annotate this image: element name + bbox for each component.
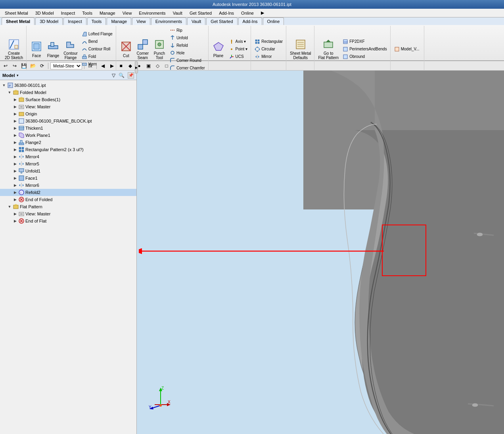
menu-item-3d-model[interactable]: 3D Model [32, 10, 57, 16]
menu-item-view[interactable]: View [119, 10, 135, 16]
toolbar-btn-8[interactable]: □ [163, 62, 171, 69]
corner-seam-button[interactable]: CornerSeam [135, 38, 151, 61]
lofted-flange-button[interactable]: Lofted Flange [80, 31, 114, 38]
cut-button[interactable]: Cut [118, 38, 134, 61]
panel-collapse-handle[interactable]: ▶ [135, 61, 138, 73]
viewport[interactable]: Z X Y [137, 71, 504, 434]
refold-button[interactable]: Refold [168, 42, 207, 49]
tree-expander-mirror6[interactable]: ▶ [13, 183, 17, 188]
ribbon-tab-tools[interactable]: Tools [87, 17, 106, 25]
tree-item-view-master[interactable]: ▶View: Master [0, 103, 136, 110]
open-button[interactable]: 📂 [29, 62, 37, 69]
mirror-button[interactable]: Mirror [253, 53, 284, 60]
rip-button[interactable]: Rip [168, 27, 207, 34]
flange-button[interactable]: Flange [45, 38, 61, 61]
corner-round-button[interactable]: Corner Round [168, 57, 207, 64]
tree-item-mirror5[interactable]: ▶Mirror5 [0, 160, 136, 167]
point-button[interactable]: Point ▾ [227, 46, 249, 53]
menu-item-add-ins[interactable]: Add-Ins [216, 10, 237, 16]
tree-expander-flange2[interactable]: ▶ [13, 140, 17, 145]
tree-item-folded-model[interactable]: ▼Folded Model [0, 89, 136, 96]
tree-item-surface-bodies[interactable]: ▶Surface Bodies(1) [0, 96, 136, 103]
ribbon-tab-online[interactable]: Online [263, 17, 284, 25]
ribbon-tab-vault[interactable]: Vault [187, 17, 205, 25]
tree-item-thicken1[interactable]: ▶Thicken1 [0, 125, 136, 132]
save-button[interactable]: 💾 [20, 62, 28, 69]
tree-item-origin[interactable]: ▶Origin [0, 110, 136, 117]
fp2dxf-button[interactable]: DXF FP2DXF [341, 38, 389, 45]
tree-expander-mirror5[interactable]: ▶ [13, 161, 17, 166]
tree-expander-frame-block[interactable]: ▶ [13, 119, 17, 123]
menu-item-▶[interactable]: ▶ [258, 10, 267, 16]
obround-button[interactable]: Obround [341, 53, 389, 60]
tree-expander-rect-pattern2[interactable]: ▶ [13, 147, 17, 152]
tree-expander-flat-pattern[interactable]: ▼ [7, 204, 12, 209]
tree-expander-work-plane1[interactable]: ▶ [13, 133, 17, 138]
unfold-button[interactable]: Unfold [168, 34, 207, 41]
toolbar-btn-3[interactable]: ■ [117, 62, 125, 69]
go-to-flat-pattern-button[interactable]: Go toFlat Pattern [316, 38, 340, 61]
menu-item-environments[interactable]: Environments [136, 10, 169, 16]
tree-item-flat-pattern[interactable]: ▼Flat Pattern [0, 203, 136, 210]
ribbon-tab-environments[interactable]: Environments [151, 17, 186, 25]
menu-item-sheet-metal[interactable]: Sheet Metal [2, 10, 31, 16]
tree-expander-root[interactable]: ▼ [2, 83, 6, 88]
rectangular-button[interactable]: Rectangular [253, 38, 284, 45]
tree-expander-thicken1[interactable]: ▶ [13, 126, 17, 131]
tree-item-mirror4[interactable]: ▶Mirror4 [0, 153, 136, 160]
contour-roll-button[interactable]: Contour Roll [80, 46, 114, 53]
perimeters-and-bends-button[interactable]: PerimetersAndBends [341, 46, 389, 53]
filter-icon[interactable]: ▽ [112, 73, 115, 78]
tree-expander-end-of-flat[interactable]: ▶ [13, 219, 17, 223]
tree-item-refold2[interactable]: ▶↕Refold2 [0, 189, 136, 196]
toolbar-btn-4[interactable]: ◆ [126, 62, 134, 69]
contour-flange-button[interactable]: ContourFlange [62, 38, 79, 61]
ribbon-tab-3d-model[interactable]: 3D Model [35, 17, 63, 25]
ribbon-tab-manage[interactable]: Manage [107, 17, 131, 25]
tree-item-root[interactable]: ▼P36380-06101.ipt [0, 82, 136, 89]
hole-button[interactable]: Hole [168, 49, 207, 56]
menu-item-inspect[interactable]: Inspect [58, 10, 78, 16]
tree-expander-mirror4[interactable]: ▶ [13, 154, 17, 159]
ucs-button[interactable]: UCS [227, 53, 249, 60]
fold-button[interactable]: Fold [80, 53, 114, 60]
tree-expander-view-master[interactable]: ▶ [13, 104, 17, 109]
bend-button[interactable]: Bend [80, 38, 114, 45]
circular-button[interactable]: Circular [253, 46, 284, 53]
model-v-button[interactable]: Model_V... [393, 46, 421, 53]
tree-item-flange2[interactable]: ▶Flange2 [0, 139, 136, 146]
create-sketch-button[interactable]: Create2D Sketch [3, 38, 25, 61]
search-icon[interactable]: 🔍 [119, 73, 125, 78]
material-selector[interactable]: Metal-Stee [50, 62, 82, 69]
sheet-metal-defaults-button[interactable]: Sheet MetalDefaults [288, 38, 312, 61]
face-button[interactable]: Face [29, 38, 44, 61]
menu-item-get-started[interactable]: Get Started [186, 10, 215, 16]
menu-item-manage[interactable]: Manage [96, 10, 119, 16]
tree-item-unfold1[interactable]: ▶Unfold1 [0, 167, 136, 175]
ribbon-tab-view[interactable]: View [132, 17, 150, 25]
menu-item-tools[interactable]: Tools [79, 10, 96, 16]
tree-item-end-of-folded[interactable]: ▶End of Folded [0, 196, 136, 203]
panel-dropdown-icon[interactable]: ▾ [17, 73, 19, 77]
tree-expander-unfold1[interactable]: ▶ [13, 169, 17, 173]
ribbon-tab-get-started[interactable]: Get Started [206, 17, 237, 25]
axis-button[interactable]: Axis ▾ [227, 38, 249, 45]
redo-button[interactable]: ↪ [11, 62, 19, 69]
refresh-button[interactable]: ⟳ [38, 62, 46, 69]
punch-tool-button[interactable]: PunchTool [151, 38, 167, 61]
tree-expander-end-of-folded[interactable]: ▶ [13, 197, 17, 202]
tree-item-rect-pattern2[interactable]: ▶Rectangular Pattern2 (x 3 ul?) [0, 146, 136, 153]
tree-expander-folded-model[interactable]: ▼ [7, 90, 12, 95]
tree-item-view-master2[interactable]: ▶View: Master [0, 210, 136, 217]
toolbar-btn-7[interactable]: ◇ [153, 62, 161, 69]
tree-item-frame-block[interactable]: ▶36380-06100_FRAME_BLOCK.ipt [0, 117, 136, 125]
tree-expander-face1[interactable]: ▶ [13, 176, 17, 181]
panel-pin-button[interactable]: 📌 [128, 72, 134, 79]
tree-item-work-plane1[interactable]: ▶Work Plane1 [0, 132, 136, 139]
tree-item-face1[interactable]: ▶Face1 [0, 175, 136, 182]
tree-item-mirror6[interactable]: ▶Mirror6 [0, 182, 136, 189]
menu-item-vault[interactable]: Vault [170, 10, 186, 16]
tree-expander-surface-bodies[interactable]: ▶ [13, 97, 17, 102]
ribbon-tab-add-ins[interactable]: Add-Ins [238, 17, 262, 25]
formula-button[interactable]: fx [86, 62, 94, 69]
